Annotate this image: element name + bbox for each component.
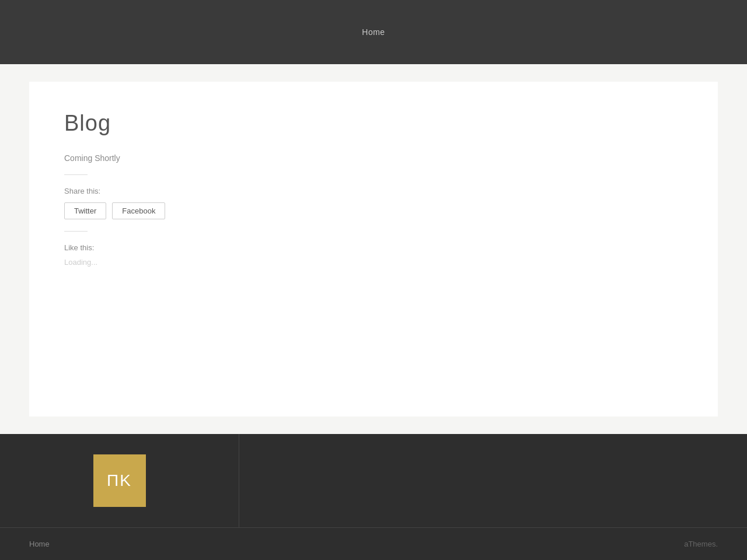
share-buttons: Twitter Facebook [64,202,479,219]
footer-logo-box: ΠK [93,454,146,507]
footer-logo-column: ΠK [0,434,239,527]
footer-home-link[interactable]: Home [29,540,50,548]
footer-credit: aThemes. [684,540,718,548]
coming-shortly-text: Coming Shortly [64,153,479,163]
site-footer: ΠK Home aThemes. [0,434,747,560]
facebook-share-button[interactable]: Facebook [112,202,165,219]
like-label: Like this: [64,243,479,252]
site-header: Home [0,0,747,64]
nav-item-home[interactable]: Home [362,27,385,37]
like-divider [64,231,88,232]
site-main: Blog Coming Shortly Share this: Twitter … [0,64,747,434]
blog-content: Blog Coming Shortly Share this: Twitter … [29,82,514,416]
footer-content-column [239,434,747,527]
nav-menu: Home [362,27,385,37]
footer-bottom: Home aThemes. [0,527,747,560]
loading-text: Loading... [64,258,479,267]
blog-title: Blog [64,111,479,136]
footer-top: ΠK [0,434,747,527]
footer-logo-text: ΠK [107,471,132,490]
share-label: Share this: [64,187,479,195]
twitter-share-button[interactable]: Twitter [64,202,106,219]
share-divider [64,174,88,175]
sidebar [514,82,718,416]
